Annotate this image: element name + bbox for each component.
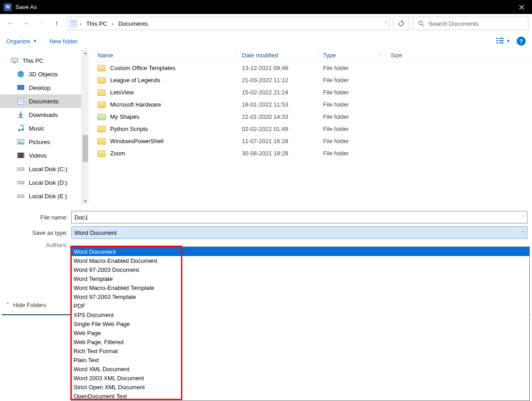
- savetype-option[interactable]: Web Page, Filtered: [72, 337, 529, 346]
- folder-icon: [97, 102, 106, 108]
- file-type: File folder: [319, 138, 386, 145]
- folder-icon: [97, 138, 106, 145]
- scrollbar-thumb[interactable]: [83, 135, 88, 162]
- column-date-modified[interactable]: Date modified: [237, 49, 319, 61]
- svg-point-28: [23, 169, 23, 170]
- tree-item-pictures[interactable]: Pictures: [0, 135, 81, 149]
- tree-item-3d-objects[interactable]: 3D Objects: [0, 67, 81, 81]
- svg-rect-7: [499, 38, 504, 39]
- tree-item-desktop[interactable]: Desktop: [0, 81, 81, 94]
- savetype-option[interactable]: Word Document: [72, 247, 529, 256]
- savetype-dropdown[interactable]: Word Document ˅: [71, 226, 527, 239]
- savetype-option[interactable]: Word 97-2003 Document: [72, 265, 529, 274]
- svg-rect-10: [496, 42, 498, 43]
- table-row[interactable]: LetsView15-02-2022 21:24File folder: [88, 86, 532, 98]
- navigation-tree: This PC3D ObjectsDesktopDocumentsDownloa…: [0, 49, 81, 205]
- column-type[interactable]: Type ˄: [319, 49, 386, 61]
- column-size[interactable]: Size: [386, 49, 431, 61]
- svg-rect-15: [18, 98, 23, 104]
- tree-item-local-disk-e-[interactable]: Local Disk (E:): [0, 189, 81, 203]
- breadcrumb-this-pc[interactable]: This PC: [84, 20, 109, 27]
- savetype-option[interactable]: Word XML Document: [72, 364, 529, 373]
- tree-item-label: Local Disk (D:): [29, 179, 67, 186]
- savetype-option[interactable]: Word Macro-Enabled Template: [72, 283, 529, 292]
- svg-rect-0: [71, 20, 76, 27]
- svg-rect-6: [496, 38, 498, 39]
- svg-line-5: [422, 24, 424, 26]
- filename-input[interactable]: Doc1 ˅: [71, 211, 527, 224]
- savetype-option[interactable]: Word 97-2003 Template: [72, 292, 529, 301]
- savetype-option[interactable]: Rich Text Format: [72, 346, 529, 355]
- search-input[interactable]: Search Documents: [413, 17, 528, 30]
- tree-item-this-pc[interactable]: This PC: [0, 54, 81, 67]
- help-button[interactable]: ?: [517, 37, 526, 46]
- downloads-icon: [17, 111, 24, 118]
- savetype-option[interactable]: Word Template: [72, 274, 529, 283]
- chevron-down-icon[interactable]: ˅: [522, 230, 524, 235]
- tree-item-local-disk-c-[interactable]: Local Disk (C:): [0, 162, 81, 176]
- table-row[interactable]: Zoom30-08-2021 18:28File folder: [88, 147, 532, 159]
- savetype-option[interactable]: XPS Document: [72, 310, 529, 319]
- table-row[interactable]: WindowsPowerShell11-07-2021 16:28File fo…: [88, 135, 532, 147]
- close-button[interactable]: [511, 0, 532, 14]
- recent-locations-button[interactable]: ˅: [34, 17, 49, 30]
- up-button[interactable]: ↑: [50, 17, 64, 30]
- new-folder-button[interactable]: New folder: [50, 38, 78, 45]
- column-name[interactable]: Name: [88, 49, 237, 61]
- pc-icon: [11, 57, 18, 64]
- savetype-option[interactable]: Word 2003 XML Document: [72, 373, 529, 382]
- table-row[interactable]: Microsoft Hardware18-01-2022 11:53File f…: [88, 98, 532, 111]
- folder-icon: [97, 77, 106, 84]
- file-type: File folder: [319, 77, 386, 84]
- tree-item-videos[interactable]: Videos: [0, 149, 81, 162]
- tree-item-label: Music: [29, 125, 44, 132]
- address-bar[interactable]: › This PC › Documents ˅: [68, 17, 389, 30]
- change-view-button[interactable]: ▼: [496, 37, 510, 45]
- previous-locations-button[interactable]: ˅: [385, 21, 387, 26]
- savetype-option[interactable]: Web Page: [72, 328, 529, 337]
- cube-icon: [17, 70, 24, 78]
- pictures-icon: [17, 138, 24, 145]
- file-date: 22-01-2020 14:33: [237, 113, 319, 120]
- svg-rect-24: [18, 153, 24, 158]
- chevron-down-icon: ▼: [33, 39, 37, 43]
- savetype-option[interactable]: Single File Web Page: [72, 319, 529, 328]
- documents-icon: [17, 98, 24, 105]
- organize-button[interactable]: Organize ▼: [6, 38, 37, 45]
- tree-item-downloads[interactable]: Downloads: [0, 108, 81, 121]
- file-type: File folder: [319, 126, 386, 132]
- file-type: File folder: [319, 89, 386, 96]
- chevron-down-icon[interactable]: ˅: [522, 215, 524, 220]
- tree-item-documents[interactable]: Documents: [0, 94, 81, 108]
- savetype-option[interactable]: PDF: [72, 301, 529, 310]
- savetype-options-list[interactable]: Word DocumentWord Macro-Enabled Document…: [71, 247, 530, 401]
- forward-button[interactable]: →: [19, 17, 33, 30]
- sidebar-scrollbar[interactable]: ▴ ▾: [81, 49, 88, 205]
- table-row[interactable]: League of Legends21-03-2022 11:12File fo…: [88, 74, 532, 86]
- table-row[interactable]: My Shapes22-01-2020 14:33File folder: [88, 111, 532, 123]
- tree-item-label: Documents: [29, 98, 59, 105]
- table-row[interactable]: Python Scripts02-02-2022 01:49File folde…: [88, 123, 532, 135]
- breadcrumb-documents[interactable]: Documents: [116, 20, 150, 27]
- savetype-option[interactable]: Strict Open XML Document: [72, 382, 529, 392]
- authors-label: Authors:: [5, 242, 71, 248]
- hide-folders-button[interactable]: ˄ Hide Folders: [6, 302, 46, 308]
- toolbar: Organize ▼ New folder ▼ ?: [0, 33, 532, 49]
- scroll-down-button[interactable]: ▾: [82, 197, 89, 205]
- table-row[interactable]: Custom Office Templates13-12-2021 09:48F…: [88, 62, 532, 74]
- svg-point-21: [22, 129, 24, 131]
- savetype-option[interactable]: Word Macro-Enabled Document: [72, 256, 529, 265]
- svg-rect-9: [499, 40, 504, 41]
- tree-item-local-disk-d-[interactable]: Local Disk (D:): [0, 176, 81, 189]
- videos-icon: [17, 152, 24, 159]
- svg-rect-8: [496, 40, 498, 41]
- tree-item-music[interactable]: Music: [0, 121, 81, 135]
- back-button[interactable]: ←: [4, 17, 18, 30]
- savetype-option[interactable]: OpenDocument Text: [72, 392, 529, 401]
- svg-rect-25: [18, 153, 19, 158]
- savetype-option[interactable]: Plain Text: [72, 355, 529, 364]
- svg-rect-31: [18, 195, 24, 197]
- refresh-button[interactable]: [393, 17, 409, 30]
- chevron-right-icon: ›: [80, 20, 82, 27]
- scroll-up-button[interactable]: ▴: [82, 49, 89, 56]
